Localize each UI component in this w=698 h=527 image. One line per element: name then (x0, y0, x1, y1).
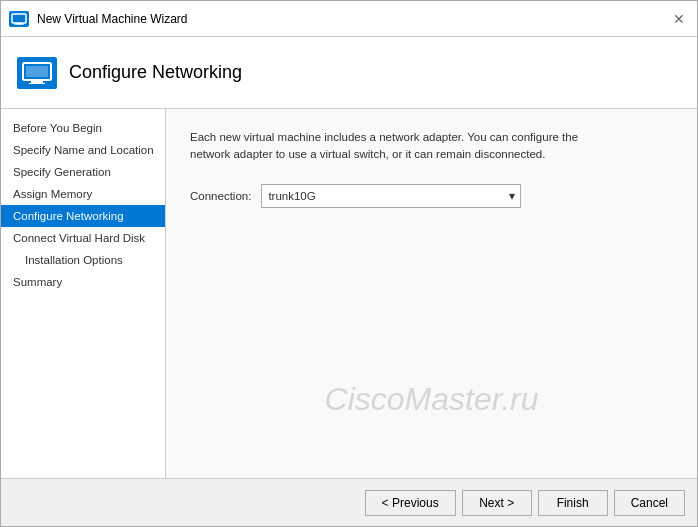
sidebar-item[interactable]: Installation Options (1, 249, 165, 271)
connection-label: Connection: (190, 190, 251, 202)
wizard-sidebar: Before You BeginSpecify Name and Locatio… (1, 109, 166, 478)
finish-button[interactable]: Finish (538, 490, 608, 516)
connection-select-wrapper[interactable]: trunk10GNot ConnectedDefault Switch (261, 184, 521, 208)
svg-rect-6 (26, 66, 48, 77)
window-icon (9, 11, 29, 27)
main-panel: Each new virtual machine includes a netw… (166, 109, 697, 478)
sidebar-item[interactable]: Specify Name and Location (1, 139, 165, 161)
wizard-body: Before You BeginSpecify Name and Locatio… (1, 109, 697, 478)
wizard-header: Configure Networking (1, 37, 697, 109)
watermark: CiscoMaster.ru (325, 381, 539, 418)
description-text: Each new virtual machine includes a netw… (190, 129, 620, 164)
sidebar-item[interactable]: Configure Networking (1, 205, 165, 227)
connection-select[interactable]: trunk10GNot ConnectedDefault Switch (261, 184, 521, 208)
sidebar-item[interactable]: Assign Memory (1, 183, 165, 205)
svg-rect-0 (12, 14, 26, 23)
svg-rect-5 (29, 83, 45, 84)
wizard-footer: < Previous Next > Finish Cancel (1, 478, 697, 526)
sidebar-item[interactable]: Connect Virtual Hard Disk (1, 227, 165, 249)
svg-rect-1 (15, 23, 23, 25)
svg-rect-4 (31, 81, 43, 83)
sidebar-item[interactable]: Specify Generation (1, 161, 165, 183)
connection-row: Connection: trunk10GNot ConnectedDefault… (190, 184, 673, 208)
cancel-button[interactable]: Cancel (614, 490, 685, 516)
close-button[interactable]: ✕ (669, 9, 689, 29)
next-button[interactable]: Next > (462, 490, 532, 516)
sidebar-item[interactable]: Before You Begin (1, 117, 165, 139)
previous-button[interactable]: < Previous (365, 490, 456, 516)
vm-icon (17, 57, 57, 89)
sidebar-item[interactable]: Summary (1, 271, 165, 293)
svg-rect-2 (14, 24, 24, 25)
wizard-title: Configure Networking (69, 62, 242, 83)
window-title: New Virtual Machine Wizard (37, 12, 661, 26)
wizard-window: New Virtual Machine Wizard ✕ Configure N… (0, 0, 698, 527)
title-bar: New Virtual Machine Wizard ✕ (1, 1, 697, 37)
